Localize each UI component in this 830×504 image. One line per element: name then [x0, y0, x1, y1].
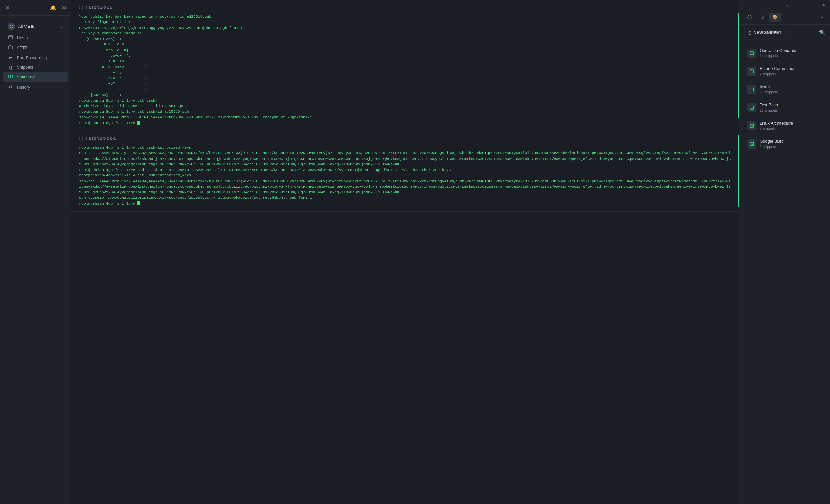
- snippet-title-test-bash: Test Bash: [760, 102, 822, 107]
- host-icon-hetzner-de-1: [79, 137, 83, 140]
- snippet-icon-google-bbr: [747, 139, 756, 148]
- svg-rect-8: [9, 46, 13, 49]
- search-icon: 🔍: [819, 30, 826, 35]
- terminal-area[interactable]: HETZNER-DE Your public key has been save…: [71, 0, 739, 504]
- terminal-content-2: root@debian-4gb-fsn1-1:~# cat .ssh/autho…: [79, 145, 731, 206]
- svg-rect-19: [750, 124, 754, 128]
- sidebar-nav: All Vaults ⌄ Hosts: [0, 15, 71, 504]
- snippet-title-operation: Operation Comands: [760, 48, 822, 53]
- code-icon: {}: [746, 14, 752, 20]
- svg-rect-9: [9, 75, 10, 78]
- history-icon: ↺: [8, 84, 13, 90]
- gear-icon[interactable]: ⚙: [5, 4, 10, 11]
- snippet-title-install: Install: [760, 84, 822, 89]
- palette-icon: 🎨: [772, 14, 778, 20]
- all-vaults-label: All Vaults: [18, 24, 35, 29]
- snippet-title-rclone: Rclone Commands: [760, 66, 822, 71]
- window-controls-bar: ⌄ — □ ✕: [739, 0, 830, 10]
- snippet-icon-rclone: [747, 67, 756, 76]
- sidebar-header-icons: 🔔 ✉: [50, 4, 66, 11]
- svg-rect-15: [750, 88, 754, 91]
- snippet-info-linux-arch: Linux Architecture 6 snippets: [760, 121, 822, 130]
- snippet-item-test-bash[interactable]: Test Bash 11 snippets: [742, 99, 827, 116]
- search-button[interactable]: 🔍: [819, 30, 826, 36]
- snippet-item-linux-arch[interactable]: Linux Architecture 6 snippets: [742, 117, 827, 134]
- right-panel-toolbar: {} NEW SNIPPET 🔍: [739, 25, 830, 41]
- tab-palette[interactable]: 🎨: [769, 13, 781, 22]
- svg-rect-17: [750, 106, 754, 109]
- terminal-hostname-2: HETZNER-DE-1: [86, 136, 116, 141]
- tab-clock[interactable]: ⏱: [757, 13, 768, 22]
- tab-code[interactable]: {}: [743, 13, 755, 22]
- svg-rect-13: [750, 70, 754, 73]
- sidebar-item-sftp[interactable]: SFTP: [3, 43, 68, 53]
- sidebar-item-port-forwarding[interactable]: ⇌ Port Forwarding: [3, 53, 68, 62]
- new-snippet-label: NEW SNIPPET: [754, 31, 781, 35]
- right-panel: ⌄ — □ ✕ {} ⏱ 🎨 → {} NEW SNIPPET 🔍: [739, 0, 830, 504]
- sidebar-item-hosts-label: Hosts: [17, 35, 28, 40]
- sidebar-item-split-view-label: Split view: [17, 75, 35, 79]
- snippet-count-linux-arch: 6 snippets: [760, 127, 822, 130]
- svg-rect-21: [750, 142, 754, 146]
- bell-icon[interactable]: 🔔: [50, 4, 57, 11]
- snippet-item-operation-commands[interactable]: Operation Comands 14 snippets: [742, 44, 827, 62]
- svg-point-7: [10, 36, 10, 36]
- chevron-down-button[interactable]: ⌄: [781, 0, 793, 10]
- snippet-item-install[interactable]: Install 13 snippets: [742, 80, 827, 98]
- sidebar-item-snippets[interactable]: {} Snippets: [3, 63, 68, 72]
- close-button[interactable]: ✕: [818, 0, 830, 10]
- snippet-icon-operation: [747, 48, 756, 58]
- main-content: HETZNER-DE Your public key has been save…: [71, 0, 739, 504]
- expand-icon: →: [820, 14, 824, 20]
- sidebar-item-history[interactable]: ↺ History: [3, 82, 68, 92]
- all-vaults-left: All Vaults: [8, 23, 35, 30]
- snippet-icon-test-bash: [747, 103, 756, 112]
- snippet-info-google-bbr: Google BBR 2 snippets: [760, 139, 822, 148]
- minimize-button[interactable]: —: [793, 0, 806, 10]
- maximize-button[interactable]: □: [806, 0, 818, 10]
- all-vaults-section[interactable]: All Vaults ⌄: [3, 20, 68, 32]
- split-view-icon: [8, 74, 13, 80]
- snippet-count-rclone: 2 snippets: [760, 72, 822, 76]
- right-panel-tabs: {} ⏱ 🎨 →: [739, 10, 830, 25]
- svg-rect-1: [12, 25, 13, 26]
- snippet-count-google-bbr: 2 snippets: [760, 145, 822, 148]
- svg-rect-10: [11, 75, 13, 78]
- snippet-icon-linux-arch: [747, 121, 756, 130]
- terminal-block-hetzner-de: HETZNER-DE Your public key has been save…: [71, 0, 739, 131]
- terminal-block-hetzner-de-1: HETZNER-DE-1 root@debian-4gb-fsn1-1:~# c…: [71, 131, 739, 212]
- scroll-indicator-2: [738, 135, 739, 207]
- terminal-hostname-1: HETZNER-DE: [86, 5, 112, 10]
- new-snippet-button[interactable]: {} NEW SNIPPET: [744, 28, 786, 37]
- snippet-plus-icon: {}: [748, 30, 752, 35]
- snippet-info-rclone: Rclone Commands 2 snippets: [760, 66, 822, 76]
- snippet-list[interactable]: Operation Comands 14 snippets Rclone Com…: [739, 41, 830, 504]
- all-vaults-icon: [8, 23, 15, 30]
- expand-button[interactable]: →: [818, 13, 826, 22]
- sidebar-item-hosts[interactable]: Hosts: [3, 33, 68, 42]
- snippet-count-operation: 14 snippets: [760, 54, 822, 58]
- sidebar-header: ⚙ 🔔 ✉: [0, 0, 71, 15]
- snippet-item-google-bbr[interactable]: Google BBR 2 snippets: [742, 135, 827, 153]
- port-forwarding-icon: ⇌: [8, 55, 13, 60]
- svg-point-6: [9, 36, 9, 36]
- sidebar-item-split-view[interactable]: Split view: [3, 72, 68, 82]
- terminal-header-hetzner-de-1: HETZNER-DE-1: [79, 136, 731, 141]
- mail-icon[interactable]: ✉: [62, 4, 66, 11]
- svg-rect-2: [10, 27, 11, 28]
- terminal-content-1: Your public key has been saved in /root/…: [79, 13, 731, 126]
- sftp-icon: [8, 45, 13, 51]
- svg-rect-3: [12, 27, 13, 28]
- clock-icon: ⏱: [760, 14, 764, 20]
- svg-rect-11: [750, 52, 754, 55]
- right-panel-tabs-left: {} ⏱ 🎨: [743, 13, 781, 22]
- snippet-icon-install: [747, 85, 756, 94]
- snippet-count-install: 13 snippets: [760, 90, 822, 94]
- snippet-count-test-bash: 11 snippets: [760, 108, 822, 112]
- all-vaults-chevron: ⌄: [60, 24, 63, 29]
- sidebar: ⚙ 🔔 ✉ All Vaults ⌄: [0, 0, 71, 504]
- snippet-item-rclone[interactable]: Rclone Commands 2 snippets: [742, 62, 827, 80]
- terminal-header-hetzner-de: HETZNER-DE: [79, 5, 731, 10]
- snippets-icon: {}: [8, 65, 13, 70]
- snippet-info-operation: Operation Comands 14 snippets: [760, 48, 822, 58]
